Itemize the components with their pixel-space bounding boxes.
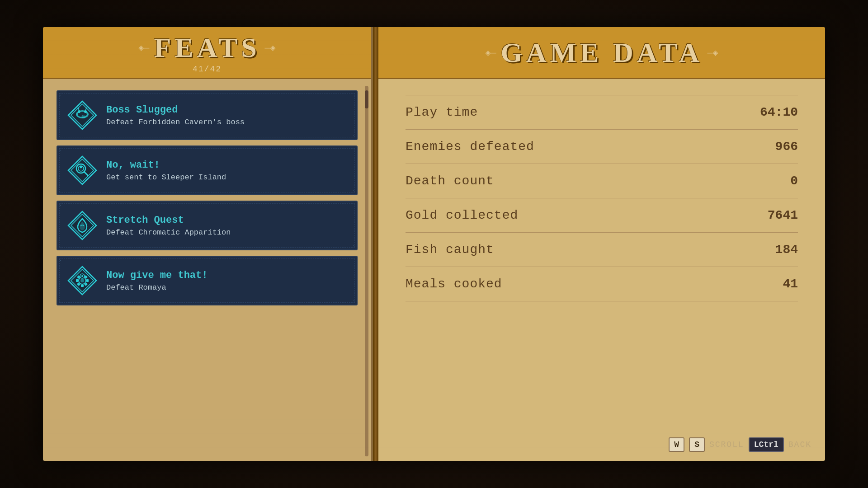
back-label: BACK [788,440,811,449]
scroll-label: SCROLL [709,440,744,449]
svg-point-8 [78,108,79,109]
scrollbar-thumb[interactable] [365,90,368,108]
stat-label-play-time: Play time [406,105,478,119]
feat-desc-stretch-quest: Defeat Chromatic Apparition [106,228,348,237]
feat-desc-no-wait: Get sent to Sleeper Island [106,173,348,182]
stat-value-play-time: 64:10 [760,105,798,119]
stat-row-enemies: Enemies defeated 966 [406,130,798,164]
bottom-controls: W S SCROLL LCtrl BACK [669,437,811,452]
key-s[interactable]: S [689,437,705,452]
stat-label-death: Death count [406,174,494,188]
feat-title-no-wait: No, wait! [106,160,348,171]
key-lctrl[interactable]: LCtrl [749,437,784,452]
feat-title-boss-slugged: Boss Slugged [106,104,348,116]
svg-rect-28 [76,279,78,282]
right-page: ◈— GAME DATA —◈ Play time 64:10 Enemies … [378,27,825,461]
stat-row-play-time: Play time 64:10 [406,95,798,130]
game-data-title-row: ◈— GAME DATA —◈ [486,37,718,69]
feat-desc-now-give: Defeat Romaya [106,283,348,292]
stat-value-gold: 7641 [762,208,798,222]
feats-count: 41/42 [193,65,222,74]
feat-text-boss-slugged: Boss Slugged Defeat Forbidden Cavern's b… [106,104,348,127]
left-page: ◈— FEATS —◈ 41/42 [43,27,373,461]
feat-icon-stretch-quest [66,210,98,241]
stat-row-meals: Meals cooked 41 [406,267,798,301]
scrollbar[interactable] [365,86,368,456]
stat-label-gold: Gold collected [406,208,518,222]
stat-row-death: Death count 0 [406,164,798,198]
stat-label-fish: Fish caught [406,243,494,257]
game-data-deco-left: ◈— [486,47,496,58]
feat-desc-boss-slugged: Defeat Forbidden Cavern's boss [106,118,348,127]
feats-title-row: ◈— FEATS —◈ [138,32,275,64]
game-data-header: ◈— GAME DATA —◈ [378,27,825,79]
stat-row-fish: Fish caught 184 [406,233,798,267]
stat-row-gold: Gold collected 7641 [406,198,798,233]
svg-rect-26 [81,285,84,287]
feats-title: FEATS [154,32,260,64]
background: ◈— FEATS —◈ 41/42 [0,0,868,488]
key-w[interactable]: W [669,437,684,452]
game-data-stats: Play time 64:10 Enemies defeated 966 Dea… [378,79,825,461]
svg-point-15 [80,166,82,169]
feat-item-boss-slugged[interactable]: Boss Slugged Defeat Forbidden Cavern's b… [57,90,358,140]
svg-point-4 [78,110,80,113]
game-data-title: GAME DATA [501,37,703,69]
feat-title-now-give: Now give me that! [106,270,348,281]
feat-title-stretch-quest: Stretch Quest [106,215,348,226]
feat-text-stretch-quest: Stretch Quest Defeat Chromatic Apparitio… [106,215,348,237]
stat-value-meals: 41 [762,277,798,291]
feats-list: Boss Slugged Defeat Forbidden Cavern's b… [43,79,371,461]
stat-label-meals: Meals cooked [406,277,502,291]
stat-label-enemies: Enemies defeated [406,140,534,154]
book-spine [373,27,378,461]
svg-point-31 [81,275,83,277]
feats-header: ◈— FEATS —◈ 41/42 [43,27,371,79]
feat-text-no-wait: No, wait! Get sent to Sleeper Island [106,160,348,182]
stat-value-enemies: 966 [762,140,798,154]
feats-deco-right: —◈ [265,42,276,53]
feat-item-no-wait[interactable]: No, wait! Get sent to Sleeper Island [57,145,358,195]
feat-item-now-give[interactable]: Now give me that! Defeat Romaya [57,256,358,305]
svg-point-9 [86,108,87,109]
game-data-deco-right: —◈ [707,47,718,58]
feat-text-now-give: Now give me that! Defeat Romaya [106,270,348,292]
svg-point-21 [80,279,84,282]
feat-icon-no-wait [66,155,98,186]
feat-icon-boss-slugged [66,99,98,131]
svg-point-5 [84,110,87,113]
svg-rect-24 [86,279,89,282]
feat-item-stretch-quest[interactable]: Stretch Quest Defeat Chromatic Apparitio… [57,201,358,250]
stat-value-fish: 184 [762,243,798,257]
stat-value-death: 0 [762,174,798,188]
feat-icon-now-give [66,265,98,296]
feats-deco-left: ◈— [138,42,149,53]
book: ◈— FEATS —◈ 41/42 [43,27,825,461]
